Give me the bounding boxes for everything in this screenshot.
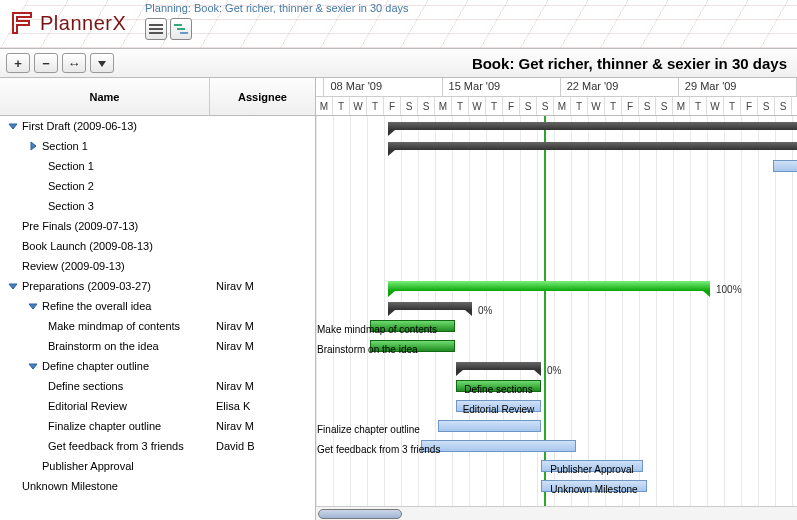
table-row[interactable]: Section 2 xyxy=(0,176,315,196)
table-row[interactable]: Unknown Milestone xyxy=(0,476,315,496)
task-name[interactable]: Refine the overall idea xyxy=(0,300,210,312)
task-label: Section 1 xyxy=(42,140,88,152)
week-header: 22 Mar '09 xyxy=(561,78,679,96)
task-name[interactable]: Brainstorm on the idea xyxy=(0,340,210,352)
task-name[interactable]: Section 1 xyxy=(0,160,210,172)
task-name[interactable]: Section 1 xyxy=(0,140,210,152)
table-row[interactable]: Section 3 xyxy=(0,196,315,216)
assignee-cell[interactable]: Nirav M xyxy=(210,420,315,432)
svg-rect-5 xyxy=(180,32,188,34)
gantt-bar[interactable] xyxy=(388,122,797,130)
task-name[interactable]: Get feedback from 3 friends xyxy=(0,440,210,452)
column-header-name[interactable]: Name xyxy=(0,78,210,115)
task-name[interactable]: Book Launch (2009-08-13) xyxy=(0,240,210,252)
fit-button[interactable]: ↔ xyxy=(62,53,86,73)
table-row[interactable]: Refine the overall idea xyxy=(0,296,315,316)
table-row[interactable]: Finalize chapter outlineNirav M xyxy=(0,416,315,436)
gantt-bar[interactable]: Brainstorm on the idea xyxy=(370,340,455,352)
task-label: Review (2009-09-13) xyxy=(22,260,125,272)
task-name[interactable]: Editorial Review xyxy=(0,400,210,412)
view-gantt-button[interactable] xyxy=(170,18,192,40)
day-header: S xyxy=(520,97,537,115)
gantt-bar[interactable]: Publisher Approval xyxy=(541,460,643,472)
gantt-row: Finalize chapter outline xyxy=(316,416,797,436)
zoom-out-button[interactable]: − xyxy=(34,53,58,73)
gantt-row: Editorial Review xyxy=(316,396,797,416)
task-name[interactable]: Define sections xyxy=(0,380,210,392)
table-row[interactable]: First Draft (2009-06-13) xyxy=(0,116,315,136)
chevron-down-icon[interactable] xyxy=(8,281,18,291)
view-list-button[interactable] xyxy=(145,18,167,40)
day-header: M xyxy=(435,97,452,115)
gantt-bar[interactable]: 0% xyxy=(456,362,541,370)
task-label: Unknown Milestone xyxy=(22,480,118,492)
gantt-bar[interactable]: 0% xyxy=(388,142,797,150)
gantt-bar[interactable]: Unknown Milestone xyxy=(541,480,647,492)
gantt-bar[interactable]: Get feedback from 3 friends xyxy=(421,440,576,452)
gantt-bar[interactable]: 0% xyxy=(388,302,472,310)
day-header: T xyxy=(452,97,469,115)
assignee-cell[interactable]: Nirav M xyxy=(210,280,315,292)
task-label: Editorial Review xyxy=(48,400,127,412)
task-name[interactable]: Review (2009-09-13) xyxy=(0,260,210,272)
assignee-cell[interactable]: Elisa K xyxy=(210,400,315,412)
table-row[interactable]: Define chapter outline xyxy=(0,356,315,376)
table-row[interactable]: Pre Finals (2009-07-13) xyxy=(0,216,315,236)
chevron-right-icon[interactable] xyxy=(28,141,38,151)
day-header: F xyxy=(622,97,639,115)
table-row[interactable]: Make mindmap of contentsNirav M xyxy=(0,316,315,336)
task-name[interactable]: Section 2 xyxy=(0,180,210,192)
gantt-bar[interactable]: Make mindmap of contents xyxy=(370,320,455,332)
more-button[interactable] xyxy=(90,53,114,73)
task-name[interactable]: Define chapter outline xyxy=(0,360,210,372)
table-row[interactable]: Editorial ReviewElisa K xyxy=(0,396,315,416)
breadcrumb[interactable]: Planning: Book: Get richer, thinner & se… xyxy=(145,2,409,14)
task-name[interactable]: Unknown Milestone xyxy=(0,480,210,492)
assignee-cell[interactable]: Nirav M xyxy=(210,320,315,332)
column-header-assignee[interactable]: Assignee xyxy=(210,78,315,115)
gantt-bar[interactable]: Define sections xyxy=(456,380,541,392)
gantt-progress-label: 0% xyxy=(541,365,561,376)
gantt-bar[interactable] xyxy=(773,160,797,172)
task-label: Brainstorm on the idea xyxy=(48,340,159,352)
svg-rect-4 xyxy=(177,28,185,30)
task-name[interactable]: Preparations (2009-03-27) xyxy=(0,280,210,292)
zoom-in-button[interactable]: + xyxy=(6,53,30,73)
table-row[interactable]: Brainstorm on the ideaNirav M xyxy=(0,336,315,356)
table-row[interactable]: Section 1 xyxy=(0,136,315,156)
table-row[interactable]: Define sectionsNirav M xyxy=(0,376,315,396)
gantt-row: Unknown Milestone xyxy=(316,476,797,496)
task-label: Book Launch (2009-08-13) xyxy=(22,240,153,252)
timeline-scrollbar[interactable] xyxy=(316,506,797,520)
task-name[interactable]: First Draft (2009-06-13) xyxy=(0,120,210,132)
chevron-down-icon[interactable] xyxy=(8,121,18,131)
task-name[interactable]: Section 3 xyxy=(0,200,210,212)
assignee-cell[interactable]: Nirav M xyxy=(210,340,315,352)
gantt-bar-label: Get feedback from 3 friends xyxy=(317,444,577,456)
gantt-bar[interactable]: Editorial Review xyxy=(456,400,541,412)
gantt-bar[interactable]: Finalize chapter outline xyxy=(438,420,541,432)
gantt-bar[interactable]: 100% xyxy=(388,281,710,291)
day-header: S xyxy=(656,97,673,115)
logo-icon xyxy=(10,10,34,36)
gantt-bar-label: Publisher Approval xyxy=(542,464,642,476)
task-label: Preparations (2009-03-27) xyxy=(22,280,151,292)
assignee-cell[interactable]: David B xyxy=(210,440,315,452)
table-row[interactable]: Preparations (2009-03-27)Nirav M xyxy=(0,276,315,296)
table-row[interactable]: Review (2009-09-13) xyxy=(0,256,315,276)
task-name[interactable]: Make mindmap of contents xyxy=(0,320,210,332)
gantt-row: 0% xyxy=(316,136,797,156)
task-name[interactable]: Pre Finals (2009-07-13) xyxy=(0,220,210,232)
task-name[interactable]: Publisher Approval xyxy=(0,460,210,472)
task-label: Refine the overall idea xyxy=(42,300,151,312)
table-row[interactable]: Section 1 xyxy=(0,156,315,176)
table-row[interactable]: Publisher Approval xyxy=(0,456,315,476)
task-name[interactable]: Finalize chapter outline xyxy=(0,420,210,432)
table-row[interactable]: Get feedback from 3 friendsDavid B xyxy=(0,436,315,456)
day-header: T xyxy=(367,97,384,115)
scrollbar-thumb[interactable] xyxy=(318,509,402,519)
table-row[interactable]: Book Launch (2009-08-13) xyxy=(0,236,315,256)
assignee-cell[interactable]: Nirav M xyxy=(210,380,315,392)
chevron-down-icon[interactable] xyxy=(28,361,38,371)
chevron-down-icon[interactable] xyxy=(28,301,38,311)
